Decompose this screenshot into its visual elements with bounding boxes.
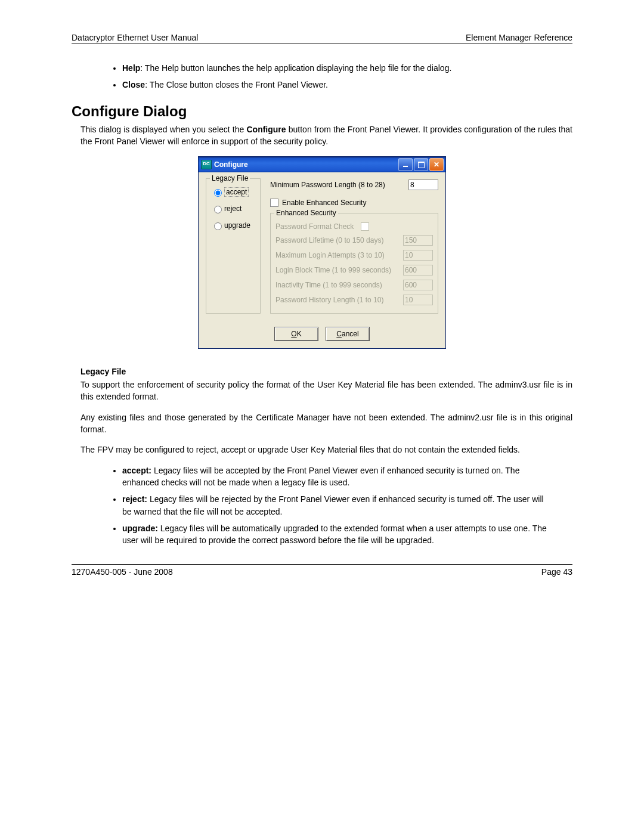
legacy-p1: To support the enforcement of security p… bbox=[80, 379, 572, 403]
bullet-text: Legacy files will be accepted by the Fro… bbox=[122, 466, 519, 487]
ok-button[interactable]: OK bbox=[274, 327, 318, 341]
bullet-label: Close bbox=[122, 80, 145, 89]
list-item: accept: Legacy files will be accepted by… bbox=[122, 465, 572, 489]
max-login-label: Maximum Login Attempts (3 to 10) bbox=[275, 251, 385, 259]
page-footer: 1270A450-005 - June 2008 Page 43 bbox=[72, 564, 572, 577]
app-icon: DC bbox=[201, 160, 212, 169]
checkbox-icon bbox=[270, 199, 278, 207]
header-right: Element Manager Reference bbox=[466, 33, 572, 42]
bullet-label: Help bbox=[122, 63, 140, 73]
pwd-lifetime-label: Password Lifetime (0 to 150 days) bbox=[275, 236, 383, 244]
enable-enhanced-checkbox[interactable]: Enable Enhanced Security bbox=[270, 199, 438, 207]
pwd-format-checkbox bbox=[361, 222, 369, 231]
legacy-p2: Any existing files and those generated b… bbox=[80, 411, 572, 436]
maximize-button[interactable] bbox=[414, 158, 428, 171]
header-left: Datacryptor Ethernet User Manual bbox=[72, 33, 198, 42]
bullet-text: Legacy files will be automatically upgra… bbox=[122, 524, 547, 545]
legacy-bullet-list: accept: Legacy files will be accepted by… bbox=[72, 465, 572, 547]
bullet-text: : The Help button launches the help appl… bbox=[140, 63, 451, 73]
legacy-accept-radio[interactable]: accept bbox=[211, 187, 255, 197]
min-pwd-input[interactable] bbox=[408, 179, 438, 190]
login-block-input bbox=[403, 265, 433, 275]
pwd-history-label: Password History Length (1 to 10) bbox=[275, 296, 383, 304]
configure-dialog: DC Configure ✕ Legacy File accept reject… bbox=[198, 156, 446, 349]
dialog-title: Configure bbox=[214, 160, 248, 169]
inactivity-input bbox=[403, 280, 433, 290]
intro-bullet-list: Help: The Help button launches the help … bbox=[72, 62, 572, 91]
legacy-legend: Legacy File bbox=[210, 174, 250, 182]
list-item: Close: The Close button closes the Front… bbox=[122, 79, 572, 91]
enhanced-security-group: Enhanced Security Password Format Check … bbox=[270, 213, 438, 314]
legacy-reject-radio[interactable]: reject bbox=[211, 204, 255, 213]
footer-left: 1270A450-005 - June 2008 bbox=[72, 567, 173, 577]
maximize-icon bbox=[418, 162, 425, 168]
bullet-label: reject: bbox=[122, 494, 147, 504]
close-icon: ✕ bbox=[434, 160, 439, 169]
legacy-file-heading: Legacy File bbox=[80, 367, 572, 376]
min-pwd-label: Minimum Password Length (8 to 28) bbox=[270, 181, 385, 189]
inactivity-label: Inactivity Time (1 to 999 seconds) bbox=[275, 281, 382, 289]
max-login-input bbox=[403, 250, 433, 261]
list-item: Help: The Help button launches the help … bbox=[122, 62, 572, 74]
es-legend: Enhanced Security bbox=[274, 209, 338, 217]
footer-right: Page 43 bbox=[541, 567, 572, 577]
list-item: reject: Legacy files will be rejected by… bbox=[122, 493, 572, 518]
legacy-upgrade-radio[interactable]: upgrade bbox=[211, 221, 255, 230]
bullet-label: accept: bbox=[122, 466, 151, 475]
bullet-label: upgrade: bbox=[122, 524, 158, 533]
minimize-button[interactable] bbox=[398, 158, 413, 171]
section-title: Configure Dialog bbox=[72, 103, 572, 120]
bullet-text: : The Close button closes the Front Pane… bbox=[145, 80, 328, 89]
login-block-label: Login Block Time (1 to 999 seconds) bbox=[275, 266, 391, 274]
legacy-p3: The FPV may be configured to reject, acc… bbox=[80, 444, 572, 456]
list-item: upgrade: Legacy files will be automatica… bbox=[122, 522, 572, 547]
pwd-format-label: Password Format Check bbox=[275, 222, 354, 231]
bullet-text: Legacy files will be rejected by the Fro… bbox=[122, 494, 544, 516]
minimize-icon bbox=[403, 166, 408, 167]
dialog-titlebar[interactable]: DC Configure ✕ bbox=[199, 157, 445, 172]
legacy-file-group: Legacy File accept reject upgrade bbox=[206, 178, 261, 314]
cancel-button[interactable]: Cancel bbox=[326, 327, 370, 341]
section-intro: This dialog is displayed when you select… bbox=[80, 123, 572, 148]
page-header: Datacryptor Ethernet User Manual Element… bbox=[72, 33, 572, 44]
pwd-history-input bbox=[403, 295, 433, 305]
pwd-lifetime-input bbox=[403, 235, 433, 246]
close-button[interactable]: ✕ bbox=[429, 158, 444, 171]
